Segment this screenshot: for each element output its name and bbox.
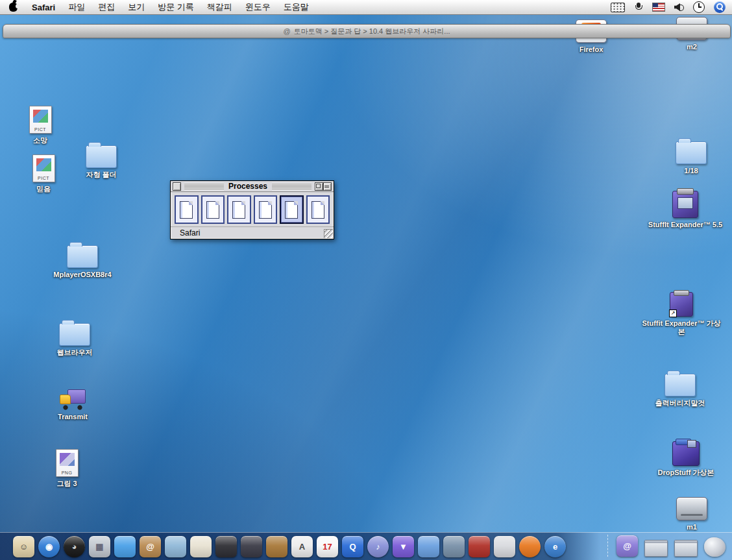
folder-icon	[67, 245, 98, 268]
collapse-box-icon[interactable]	[323, 182, 332, 191]
trash-icon[interactable]	[704, 537, 726, 557]
dropstuff-icon	[672, 441, 700, 466]
dock-ical[interactable]: 17	[317, 536, 338, 557]
dock-dashboard[interactable]: ◕	[64, 536, 85, 557]
dock-itunes[interactable]: ♪	[367, 536, 389, 557]
menu-item-1[interactable]: 파일	[62, 1, 92, 13]
stuffit-alias-icon	[670, 292, 693, 317]
desktop-icon-7[interactable]: PNG그림 3	[31, 449, 103, 488]
dock-imovie[interactable]	[215, 536, 237, 557]
menu-item-6[interactable]: 윈도우	[239, 1, 277, 13]
desktop-icon-3[interactable]: 자형 폴더	[66, 145, 137, 179]
dock-internet-explorer[interactable]: e	[544, 536, 566, 557]
us-flag-icon-button[interactable]	[652, 0, 665, 14]
menu-item-4[interactable]: 방문 기록	[151, 1, 201, 13]
desktop-icon-label: m1	[659, 523, 724, 531]
clock-icon-button[interactable]	[693, 0, 705, 14]
desktop-icon-11[interactable]: StuffIt Expander™ 5.5	[637, 191, 732, 229]
dock-address-book[interactable]: @	[140, 536, 161, 557]
app-menu-safari[interactable]: Safari	[25, 3, 62, 12]
shaded-window-titlebar[interactable]: @ 토마토맥 > 질문과 답 > 10.4 웹브라우저 사파리...	[3, 24, 731, 38]
process-item-3[interactable]	[227, 195, 251, 224]
desktop-icon-label: 믿음	[8, 185, 79, 193]
menu-item-3[interactable]: 보기	[121, 1, 151, 13]
apple-menu[interactable]	[0, 3, 25, 12]
desktop-icon-1[interactable]: PICT소망	[5, 106, 76, 145]
dock-quicktime[interactable]: Q	[342, 536, 363, 557]
desktop-icon-13[interactable]: 출력버리지말것	[644, 374, 716, 408]
keyboard-icon-button[interactable]	[611, 0, 625, 14]
desktop-icon-5[interactable]: 웹브라우저	[39, 323, 110, 357]
menu-item-2[interactable]: 편집	[92, 1, 121, 13]
dock-firefox[interactable]	[519, 536, 541, 557]
resize-grip[interactable]	[324, 229, 333, 238]
png-file-icon-badge: PNG	[56, 470, 78, 475]
clock-icon	[693, 1, 705, 13]
zoom-box-icon[interactable]	[315, 182, 323, 191]
dock-utilities-folder[interactable]	[443, 536, 465, 557]
dock-iphoto[interactable]	[190, 536, 212, 557]
volume-icon	[674, 3, 684, 12]
shaded-window-title: 토마토맥 > 질문과 답 > 10.4 웹브라우저 사파리...	[294, 27, 450, 36]
process-item-5[interactable]	[280, 195, 304, 224]
folder-icon	[676, 141, 707, 164]
dashboard-glyph: ◕	[64, 536, 85, 557]
desktop-icon-label: Firefox	[555, 45, 627, 54]
dock-stamps[interactable]: ▦	[89, 536, 110, 557]
process-item-1[interactable]	[175, 195, 199, 224]
pict-file-icon: PICT	[32, 154, 55, 182]
desktop-icon-10[interactable]: 1/18	[659, 141, 724, 175]
desktop-icon-6[interactable]: Transmit	[37, 388, 108, 421]
ical-glyph: 17	[317, 536, 338, 557]
spotlight-icon-button[interactable]	[714, 0, 726, 14]
png-file-icon: PNG	[56, 449, 79, 477]
mail-at-document-glyph: @	[616, 535, 638, 557]
dock-minimized-window-1[interactable]	[644, 540, 668, 557]
internet-explorer-glyph: e	[544, 536, 566, 557]
textedit-glyph: A	[291, 536, 313, 557]
dock-safari[interactable]: ◉	[38, 536, 60, 557]
desktop-icon-4[interactable]: MplayerOSXB8r4	[40, 245, 125, 279]
process-item-6[interactable]	[306, 195, 330, 224]
desktop-icon-12[interactable]: Stuffit Expander™ 가상본	[640, 292, 723, 336]
processes-window-titlebar[interactable]: Processes	[171, 181, 334, 192]
document-icon	[180, 201, 193, 219]
hard-disk-icon	[676, 497, 707, 520]
dock-documents-trash: @	[607, 535, 726, 557]
dock-textedit[interactable]: A	[291, 536, 313, 557]
download-arrow-glyph: ▼	[393, 536, 414, 557]
process-items-row	[171, 192, 334, 226]
menu-item-5[interactable]: 책갈피	[201, 1, 239, 13]
process-item-2[interactable]	[201, 195, 225, 224]
safari-glyph: ◉	[38, 536, 60, 557]
dock-idvd[interactable]	[241, 536, 262, 557]
process-item-4[interactable]	[254, 195, 278, 224]
dock-documents[interactable]	[494, 536, 515, 557]
dock-dvd-player[interactable]	[469, 536, 490, 557]
dock-garageband[interactable]	[266, 536, 287, 557]
desktop-icon-14[interactable]: DropStuff 가상본	[647, 441, 725, 477]
dock-applications-folder[interactable]	[418, 536, 439, 557]
menu-item-7[interactable]: 도움말	[277, 1, 315, 13]
desktop-icon-label: Transmit	[37, 413, 108, 421]
stuffit-expander-icon	[672, 191, 698, 218]
desktop-icon-label: DropStuff 가상본	[647, 469, 725, 477]
desktop-icon-label: MplayerOSXB8r4	[40, 271, 125, 279]
folder-icon	[59, 323, 90, 346]
desktop-icon-label: m2	[659, 43, 724, 51]
dock-preview[interactable]	[165, 536, 186, 557]
speech-icon-button[interactable]	[634, 0, 643, 14]
desktop-icon-15[interactable]: m1	[659, 497, 724, 531]
desktop-icon-label: 소망	[5, 136, 76, 145]
volume-icon-button[interactable]	[674, 0, 684, 14]
processes-window-footer: Safari	[171, 226, 334, 239]
dock-classic-environment[interactable]: ☺	[13, 536, 34, 557]
menu-items: 파일편집보기방문 기록책갈피윈도우도움말	[62, 1, 315, 13]
close-box-icon[interactable]	[173, 182, 181, 191]
speech-icon	[634, 3, 643, 12]
document-icon	[285, 201, 298, 219]
dock-ichat[interactable]	[114, 536, 136, 557]
dock-minimized-window-2[interactable]	[674, 540, 698, 557]
dock-download-arrow[interactable]: ▼	[393, 536, 414, 557]
dock-mail-at-document[interactable]: @	[616, 535, 638, 557]
